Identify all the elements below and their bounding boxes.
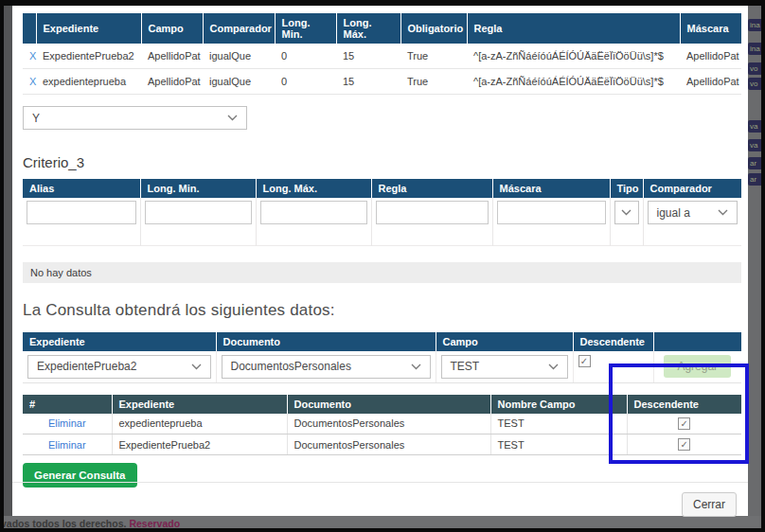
background-button-fragment: vo bbox=[748, 62, 761, 75]
long-max-input[interactable] bbox=[260, 201, 367, 224]
criteria-header: Expediente bbox=[36, 13, 141, 44]
criteria-table: Expediente Campo Comparador Long. Min. L… bbox=[23, 13, 741, 95]
page-footer-band: vados todos los derechos. Reservado bbox=[4, 516, 761, 528]
agregar-button[interactable]: Agregar bbox=[664, 355, 731, 378]
cell-nombre-campo: TEST bbox=[490, 414, 627, 434]
table-row: Eliminar expedienteprueba DocumentosPers… bbox=[23, 414, 741, 434]
criterio-title: Criterio_3 bbox=[23, 154, 748, 170]
mascara-input[interactable] bbox=[497, 201, 606, 224]
criteria-header: Comparador bbox=[203, 13, 275, 44]
chevron-down-icon bbox=[718, 209, 728, 216]
results-header: # bbox=[23, 395, 112, 414]
page-overlay-left bbox=[4, 6, 12, 528]
chevron-down-icon bbox=[411, 364, 421, 370]
logical-operator-select[interactable]: Y bbox=[23, 106, 247, 130]
cell-documento: DocumentosPersonales bbox=[287, 414, 490, 434]
cell-expediente: ExpedientePrueba2 bbox=[36, 44, 141, 69]
criterio-table: Alias Long. Min. Long. Máx. Regla Máscar… bbox=[23, 179, 741, 246]
comparador-value: igual a bbox=[657, 206, 690, 220]
eliminar-link[interactable]: Eliminar bbox=[48, 417, 86, 429]
table-row: X ExpedientePrueba2 ApellidoPat igualQue… bbox=[23, 44, 741, 69]
selector-header: Expediente bbox=[23, 332, 216, 351]
cell-obligatorio: True bbox=[400, 44, 467, 69]
expediente-select[interactable]: ExpedientePrueba2 bbox=[27, 355, 211, 379]
cell-long-max: 15 bbox=[336, 44, 400, 69]
cerrar-button[interactable]: Cerrar bbox=[682, 492, 737, 517]
chevron-down-icon bbox=[227, 115, 238, 121]
criteria-header: Regla bbox=[467, 13, 680, 44]
selector-header: Documento bbox=[216, 332, 436, 351]
documento-select[interactable]: DocumentosPersonales bbox=[222, 355, 431, 379]
cell-campo: ApellidoPat bbox=[141, 44, 203, 69]
expediente-value: ExpedientePrueba2 bbox=[37, 360, 136, 373]
descendente-row-checkbox[interactable]: ✓ bbox=[678, 417, 690, 430]
criterio-header: Máscara bbox=[492, 179, 610, 198]
campo-select[interactable]: TEST bbox=[441, 355, 568, 379]
cell-long-min: 0 bbox=[275, 69, 336, 95]
cell-long-min: 0 bbox=[275, 44, 336, 69]
remove-criterion-link[interactable]: X bbox=[29, 50, 36, 62]
results-table: # Expediente Documento Nombre Campo Desc… bbox=[23, 395, 741, 456]
criteria-header: Obligatorio bbox=[400, 13, 467, 44]
criteria-header: Long. Máx. bbox=[336, 13, 400, 44]
criterio-header: Comparador bbox=[643, 179, 741, 198]
background-button-fragment: va bbox=[748, 139, 761, 151]
cell-regla: ^[a-zA-ZñÑáéíóúÁÉÍÓÚÄäËëÏïÖöÜü\s]*$ bbox=[467, 44, 680, 69]
results-title: La Consulta obtendrá los siguientes dato… bbox=[23, 301, 748, 320]
comparador-select[interactable]: igual a bbox=[648, 201, 738, 224]
table-row: X expedienteprueba ApellidoPat igualQue … bbox=[23, 69, 741, 95]
results-header: Documento bbox=[287, 395, 490, 414]
criterio-header: Regla bbox=[371, 179, 492, 198]
result-selector-table: Expediente Documento Campo Descendente E… bbox=[23, 332, 741, 383]
background-button-fragment: ar bbox=[748, 173, 761, 186]
background-button-fragment: va bbox=[748, 120, 761, 133]
eliminar-link[interactable]: Eliminar bbox=[48, 439, 86, 451]
chevron-down-icon bbox=[548, 364, 559, 370]
no-data-message: No hay datos bbox=[23, 262, 741, 283]
criteria-header: Máscara bbox=[680, 13, 741, 44]
copyright-text: vados todos los derechos. Reservado bbox=[4, 518, 180, 528]
criteria-header: Long. Min. bbox=[275, 13, 336, 44]
criteria-header-empty bbox=[23, 13, 36, 44]
cell-documento: DocumentosPersonales bbox=[287, 434, 490, 455]
alias-input[interactable] bbox=[27, 201, 136, 224]
cell-expediente: expedienteprueba bbox=[36, 69, 141, 95]
background-button-fragment: vo bbox=[748, 78, 761, 90]
descendente-checkbox[interactable]: ✓ bbox=[578, 355, 591, 367]
chevron-down-icon bbox=[621, 209, 632, 216]
criterio-input-row: igual a bbox=[23, 198, 741, 227]
descendente-row-checkbox[interactable]: ✓ bbox=[678, 438, 690, 451]
remove-criterion-link[interactable]: X bbox=[29, 76, 36, 87]
background-button-fragment: ar bbox=[748, 157, 761, 169]
results-header: Expediente bbox=[112, 395, 287, 414]
documento-value: DocumentosPersonales bbox=[231, 360, 351, 373]
cell-mascara: ApellidoPat bbox=[680, 69, 741, 95]
table-row: Eliminar ExpedientePrueba2 DocumentosPer… bbox=[23, 434, 741, 455]
cell-obligatorio: True bbox=[400, 69, 467, 95]
page-overlay-right: ina ina vo vo va va ar ar bbox=[748, 6, 761, 516]
chevron-down-icon bbox=[191, 364, 202, 370]
criterio-header: Long. Máx. bbox=[256, 179, 371, 198]
tipo-select[interactable] bbox=[614, 201, 639, 224]
reservado-link[interactable]: Reservado bbox=[129, 518, 180, 528]
criterio-header: Long. Min. bbox=[140, 179, 256, 198]
criterio-header: Tipo bbox=[610, 179, 643, 198]
logical-operator-value: Y bbox=[32, 112, 40, 125]
cell-comparador: igualQue bbox=[203, 44, 275, 69]
background-button-fragment: ina bbox=[748, 19, 761, 31]
regla-input[interactable] bbox=[376, 201, 489, 224]
cell-campo: ApellidoPat bbox=[141, 69, 203, 95]
cell-comparador: igualQue bbox=[203, 69, 275, 95]
cell-regla: ^[a-zA-ZñÑáéíóúÁÉÍÓÚÄäËëÏïÖöÜü\s]*$ bbox=[467, 69, 680, 95]
selector-header: Descendente bbox=[573, 332, 653, 351]
criterio-header: Alias bbox=[23, 179, 140, 198]
campo-value: TEST bbox=[451, 360, 480, 373]
cell-nombre-campo: TEST bbox=[490, 434, 627, 455]
cell-expediente: ExpedientePrueba2 bbox=[112, 434, 287, 455]
results-header: Descendente bbox=[627, 395, 741, 414]
long-min-input[interactable] bbox=[145, 201, 252, 224]
query-builder-modal: Expediente Campo Comparador Long. Min. L… bbox=[12, 6, 748, 516]
selector-header-empty bbox=[653, 332, 741, 351]
cell-mascara: ApellidoPat bbox=[680, 44, 741, 69]
criterio-empty-row bbox=[23, 227, 741, 245]
